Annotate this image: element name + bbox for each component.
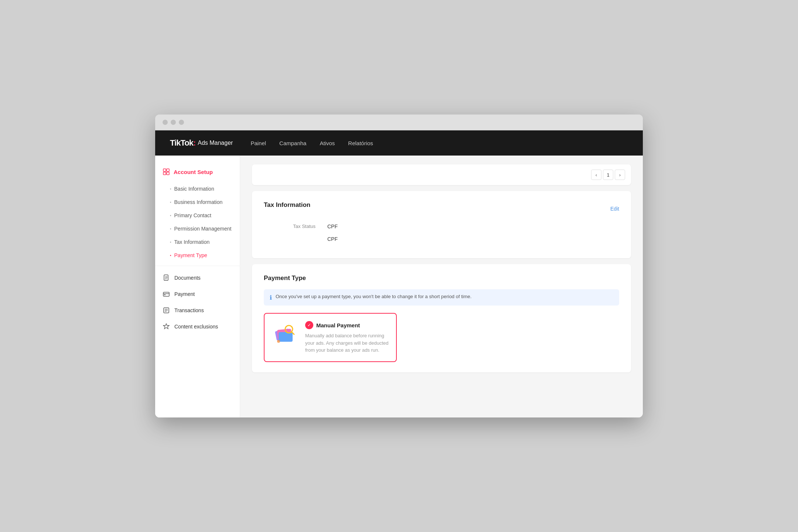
payment-icon — [163, 290, 170, 298]
sidebar-item-permission-management[interactable]: Permission Management — [155, 222, 240, 235]
transactions-label: Transactions — [174, 307, 204, 313]
pagination-row: ‹ 1 › — [258, 164, 625, 185]
topnav: TikTok: Ads Manager Painel Campanha Ativ… — [155, 130, 643, 156]
payment-card-content: ✓ Manual Payment Manually add balance be… — [305, 321, 389, 354]
documents-label: Documents — [174, 275, 201, 281]
svg-rect-17 — [279, 332, 293, 342]
pagination-current[interactable]: 1 — [603, 170, 613, 180]
svg-text:+: + — [277, 339, 279, 343]
manual-payment-desc: Manually add balance before running your… — [305, 332, 389, 354]
sidebar-section-title: Account Setup — [174, 169, 213, 175]
payment-illustration: + — [272, 321, 298, 347]
main-layout: Account Setup Basic Information Business… — [155, 156, 643, 417]
sidebar-nav-content-exclusions[interactable]: Content exclusions — [155, 318, 240, 335]
browser-chrome — [155, 115, 643, 130]
pagination-next[interactable]: › — [615, 170, 625, 180]
banner-text: Once you've set up a payment type, you w… — [276, 294, 471, 299]
payment-type-section: Payment Type ℹ Once you've set up a paym… — [252, 264, 631, 372]
content-exclusions-icon — [163, 323, 170, 330]
svg-rect-2 — [163, 172, 166, 175]
sidebar-item-basic-information[interactable]: Basic Information — [155, 182, 240, 195]
account-setup-icon — [163, 168, 170, 175]
logo: TikTok: Ads Manager — [170, 138, 233, 148]
logo-tiktok: TikTok: — [170, 138, 195, 148]
svg-rect-3 — [167, 172, 169, 175]
payment-label: Payment — [174, 291, 195, 297]
tax-edit-button[interactable]: Edit — [610, 206, 619, 212]
cpf-value: CPF — [264, 236, 619, 242]
tax-status-row: Tax Status CPF — [264, 224, 619, 229]
check-circle-icon: ✓ — [305, 321, 313, 329]
svg-rect-10 — [164, 294, 166, 295]
sidebar-account-setup[interactable]: Account Setup — [155, 164, 240, 179]
sidebar-divider — [155, 266, 240, 266]
tax-section-header: Tax Information Edit — [264, 201, 619, 216]
tax-status-value: CPF — [327, 224, 338, 229]
browser-dot-yellow — [171, 120, 176, 125]
info-icon: ℹ — [270, 294, 272, 301]
browser-dot-red — [163, 120, 168, 125]
tax-section-title: Tax Information — [264, 201, 310, 209]
payment-card-header: ✓ Manual Payment — [305, 321, 389, 329]
documents-icon — [163, 274, 170, 282]
nav-ativos[interactable]: Ativos — [320, 140, 335, 146]
nav-relatorios[interactable]: Relatórios — [348, 140, 373, 146]
logo-ads: Ads Manager — [198, 140, 233, 146]
browser-window: TikTok: Ads Manager Painel Campanha Ativ… — [155, 115, 643, 417]
payment-section-title: Payment Type — [264, 274, 619, 282]
svg-rect-1 — [167, 169, 169, 171]
nav-painel[interactable]: Painel — [250, 140, 266, 146]
sidebar-nav-transactions[interactable]: Transactions — [155, 302, 240, 318]
sidebar-nav-documents[interactable]: Documents — [155, 270, 240, 286]
pagination-prev[interactable]: ‹ — [591, 170, 601, 180]
transactions-icon — [163, 307, 170, 314]
content-exclusions-label: Content exclusions — [174, 324, 218, 330]
content-area: ‹ 1 › Tax Information Edit Tax Status CP… — [240, 156, 643, 417]
tax-information-section: Tax Information Edit Tax Status CPF CPF — [252, 191, 631, 258]
svg-rect-0 — [163, 169, 166, 171]
tax-status-label: Tax Status — [264, 224, 316, 229]
sidebar-item-payment-type[interactable]: Payment Type — [155, 249, 240, 262]
browser-dot-green — [179, 120, 184, 125]
nav-campanha[interactable]: Campanha — [279, 140, 306, 146]
svg-rect-8 — [163, 292, 169, 296]
sidebar-item-business-information[interactable]: Business Information — [155, 195, 240, 209]
nav-items: Painel Campanha Ativos Relatórios — [250, 140, 373, 146]
sidebar: Account Setup Basic Information Business… — [155, 156, 240, 417]
sidebar-nav-payment[interactable]: Payment — [155, 286, 240, 302]
sidebar-item-primary-contact[interactable]: Primary Contact — [155, 209, 240, 222]
manual-payment-card[interactable]: + ✓ Manual Payment Manually add balance … — [264, 313, 397, 362]
sidebar-item-tax-information[interactable]: Tax Information — [155, 235, 240, 249]
payment-banner: ℹ Once you've set up a payment type, you… — [264, 289, 619, 306]
manual-payment-title: Manual Payment — [316, 322, 360, 328]
pagination-card: ‹ 1 › — [252, 164, 631, 185]
